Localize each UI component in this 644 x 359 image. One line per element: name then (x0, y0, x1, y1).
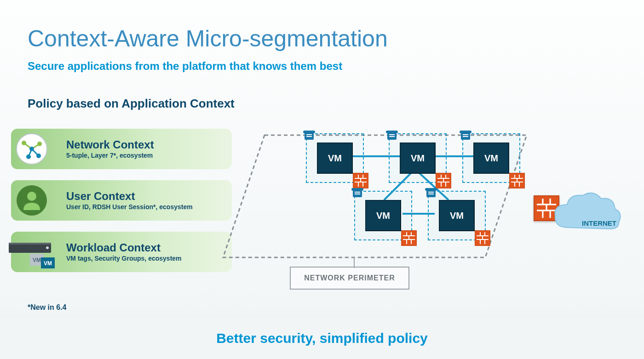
svg-rect-27 (303, 131, 315, 133)
svg-text:VM: VM (33, 257, 41, 263)
firewall-icon (401, 230, 417, 246)
cloud-icon (550, 188, 623, 241)
svg-point-7 (29, 147, 34, 151)
card-workload-context: VM VM Workload Context VM tags, Security… (11, 232, 232, 272)
policy-scroll-icon (386, 130, 398, 142)
card-subtitle: User ID, RDSH User Session*, ecosystem (66, 203, 193, 211)
vm-box-label: VM (473, 142, 509, 174)
card-network-context: Network Context 5-tuple, Layer 7*, ecosy… (11, 129, 232, 169)
bottom-text: Better security, simplified policy (216, 331, 428, 346)
card-user-context: User Context User ID, RDSH User Session*… (11, 180, 232, 221)
footnote: *New in 6.4 (28, 303, 66, 312)
svg-rect-13 (9, 243, 51, 245)
svg-rect-71 (425, 188, 437, 191)
user-icon (16, 184, 48, 217)
vm-node: VM (354, 191, 412, 240)
svg-rect-60 (351, 188, 363, 191)
svg-point-11 (27, 192, 36, 201)
svg-point-9 (36, 154, 41, 158)
firewall-icon (475, 230, 490, 246)
svg-point-14 (46, 246, 49, 249)
card-title: User Context (66, 190, 193, 202)
svg-point-5 (22, 141, 26, 145)
svg-rect-38 (386, 131, 398, 133)
card-title: Network Context (66, 139, 154, 151)
firewall-icon (436, 173, 451, 188)
slide-title: Context-Aware Micro-segmentation (28, 25, 388, 52)
svg-rect-49 (460, 131, 472, 133)
server-vm-icon: VM VM (9, 241, 59, 268)
card-subtitle: 5-tuple, Layer 7*, ecosystem (66, 152, 154, 159)
vm-node: VM (389, 133, 447, 183)
vm-box-label: VM (400, 142, 436, 174)
policy-scroll-icon (425, 187, 437, 199)
vm-node: VM (306, 133, 364, 183)
vm-box-label: VM (317, 142, 353, 174)
firewall-icon (509, 173, 525, 188)
internet-label: INTERNET (582, 219, 616, 227)
policy-scroll-icon (351, 187, 363, 199)
policy-scroll-icon (303, 130, 315, 142)
slide-subtitle: Secure applications from the platform th… (28, 60, 342, 73)
network-diagram: VM VM VM (218, 120, 632, 303)
svg-point-8 (26, 154, 31, 159)
network-graph-icon (16, 133, 48, 165)
bottom-bar: Better security, simplified policy (0, 317, 644, 359)
policy-scroll-icon (460, 130, 472, 142)
card-title: Workload Context (66, 242, 182, 254)
vm-box-label: VM (439, 200, 475, 231)
svg-point-6 (37, 142, 42, 146)
section-heading: Policy based on Application Context (28, 97, 235, 111)
card-subtitle: VM tags, Security Groups, ecosystem (66, 255, 182, 262)
svg-text:VM: VM (44, 260, 52, 267)
vm-box-label: VM (365, 200, 401, 231)
vm-node: VM (428, 191, 486, 240)
vm-node: VM (462, 133, 520, 183)
firewall-icon (353, 173, 368, 188)
perimeter-label: NETWORK PERIMETER (290, 267, 409, 290)
